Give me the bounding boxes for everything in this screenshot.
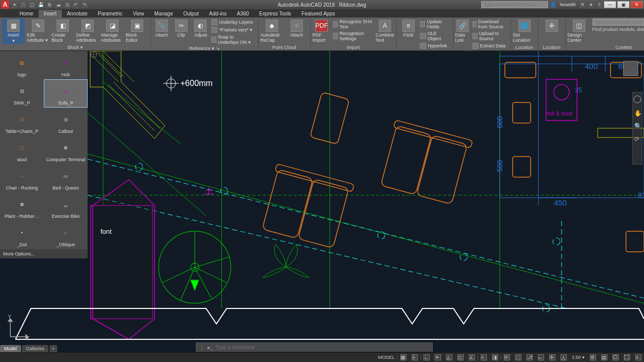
upload-source-button[interactable]: Upload to Source <box>472 30 509 42</box>
ole-object-button[interactable]: OLE Object <box>420 30 450 42</box>
frames-vary-button[interactable]: *Frames vary* ▾ <box>211 26 256 33</box>
gallery-item--oblique[interactable]: ⟋_Oblique <box>44 221 88 249</box>
gallery-item-plant-rubber-[interactable]: ✿Plant - Rubber… <box>0 193 44 221</box>
adjust-button[interactable]: ◐Adjust <box>192 19 209 38</box>
gallery-item-table-chairs-p[interactable]: ⌬Table+Chairs_P <box>0 108 44 136</box>
extract-data-button[interactable]: Extract Data <box>472 42 509 49</box>
status-gizmo-icon[interactable]: ✣ <box>547 354 558 360</box>
gallery-item-stool[interactable]: ▢stool <box>0 136 44 164</box>
qat-saveas-icon[interactable]: ⧉ <box>46 1 53 8</box>
app-logo-icon[interactable]: A <box>1 1 9 9</box>
tab-output[interactable]: Output <box>178 10 204 18</box>
layout-tab-model[interactable]: Model <box>0 345 21 352</box>
status-cycling-icon[interactable]: ⟳ <box>501 354 513 360</box>
help-icon[interactable]: ? <box>596 1 603 8</box>
more-options-button[interactable]: More Options... <box>0 249 88 258</box>
define-attributes-button[interactable]: ◩Define Attributes <box>76 19 99 43</box>
design-center-button[interactable]: ◫Design Center <box>568 19 590 43</box>
qat-redo-icon[interactable]: ↷ <box>81 1 88 8</box>
gallery-item-logo[interactable]: ▨logo <box>0 51 44 79</box>
qat-cloud-icon[interactable]: ☁ <box>55 1 62 8</box>
pc-attach-button[interactable]: ⁘Attach <box>285 19 308 38</box>
clip-button[interactable]: ✂Clip <box>173 19 190 38</box>
status-osnap-icon[interactable]: ◻ <box>455 354 466 360</box>
location-compass-button[interactable]: ✣ <box>540 19 563 32</box>
tab-featured[interactable]: Featured Apps <box>296 10 340 18</box>
gallery-item-hob[interactable]: ⊡Hob <box>44 51 88 79</box>
tab-addins[interactable]: Add-ins <box>204 10 232 18</box>
command-input[interactable] <box>215 344 432 350</box>
gallery-item-computer-terminal[interactable]: 🖥Computer Terminal <box>44 136 88 164</box>
recap-button[interactable]: ◆Autodesk ReCap <box>261 19 283 43</box>
status-workspace-icon[interactable]: ▤ <box>599 354 610 360</box>
status-ortho-icon[interactable]: ∟ <box>421 354 432 360</box>
help-dropdown-icon[interactable]: ▾ <box>587 1 595 8</box>
status-monitor-icon[interactable]: 🖵 <box>610 354 621 360</box>
attach-button[interactable]: 📎Attach <box>153 19 171 38</box>
qat-open-icon[interactable]: ▢ <box>28 1 36 8</box>
combine-text-button[interactable]: ACombine Text <box>376 19 394 43</box>
qat-undo-icon[interactable]: ↶ <box>72 1 79 8</box>
autodesk-seek-input[interactable] <box>592 19 644 26</box>
gallery-item-chair-rocking[interactable]: ⌓Chair - Rocking <box>0 164 44 193</box>
status-filter-icon[interactable]: ⏛ <box>535 354 547 360</box>
gallery-item-sink-p[interactable]: ⊟SINK_P <box>0 79 44 108</box>
status-cleanscreen-icon[interactable]: ⛶ <box>621 354 633 360</box>
pdf-import-button[interactable]: PDFPDF Import <box>313 19 331 43</box>
gallery-item-exercise-bike[interactable]: ⍽Exercise Bike <box>44 193 88 221</box>
exchange-icon[interactable]: ✕ <box>579 1 586 8</box>
update-fields-button[interactable]: Update Fields <box>420 19 450 30</box>
new-tab-button[interactable]: + <box>91 51 97 58</box>
layout-tab-add[interactable]: + <box>49 345 57 352</box>
status-cog-icon[interactable]: ⚙ <box>587 354 599 360</box>
user-name[interactable]: hewetth <box>557 2 578 7</box>
infocenter-search[interactable] <box>481 1 548 8</box>
maximize-button[interactable]: ▣ <box>617 1 630 8</box>
minimize-button[interactable]: — <box>604 1 616 8</box>
tab-manage[interactable]: Manage <box>149 10 178 18</box>
download-source-button[interactable]: Download from Source <box>472 19 509 30</box>
tab-annotate[interactable]: Annotate <box>62 10 93 18</box>
tab-parametric[interactable]: Parametric <box>93 10 128 18</box>
insert-button[interactable]: ▦Insert▾ <box>2 19 25 44</box>
snap-underlays-button[interactable]: Snap to Underlays ON ▾ <box>211 34 256 45</box>
layout-tab-galleries[interactable]: Galleries <box>22 345 49 352</box>
recognition-settings-button[interactable]: Recognition Settings <box>333 30 374 42</box>
block-editor-button[interactable]: ▣Block Editor <box>126 19 148 43</box>
gallery-item-sofa-p[interactable]: ▭Sofa_P <box>44 79 88 108</box>
gallery-item-bed-queen[interactable]: ▭Bed - Queen <box>44 164 88 193</box>
gallery-item--dot[interactable]: •_Dot <box>0 221 44 249</box>
status-customize-icon[interactable]: ≡ <box>633 354 644 360</box>
underlay-layers-button[interactable]: Underlay Layers <box>211 19 256 26</box>
tab-a360[interactable]: A360 <box>232 10 254 18</box>
cmd-handle-icon[interactable]: ⋮ <box>196 344 208 350</box>
status-track-icon[interactable]: ∠ <box>466 354 478 360</box>
close-button[interactable]: ✕ <box>631 1 643 8</box>
status-grid-icon[interactable]: ▦ <box>398 354 409 360</box>
qat-dropdown[interactable]: ▾ <box>11 1 18 8</box>
edit-attribute-button[interactable]: ✎Edit Attribute ▾ <box>27 19 49 43</box>
create-block-button[interactable]: ◧Create Block <box>52 19 74 43</box>
status-transparency-icon[interactable]: ◨ <box>489 354 501 360</box>
status-snap-icon[interactable]: ┼ <box>409 354 420 360</box>
command-line[interactable]: ⋮ ▸_ <box>196 342 433 352</box>
manage-attributes-button[interactable]: ◪Manage Attributes <box>101 19 124 43</box>
tab-home[interactable]: Home <box>14 10 39 18</box>
status-model[interactable]: MODEL <box>376 355 397 360</box>
tab-insert[interactable]: Insert <box>39 10 62 18</box>
qat-print-icon[interactable]: ⎙ <box>63 1 71 8</box>
status-iso-icon[interactable]: ◬ <box>444 354 455 360</box>
gallery-item-callout[interactable]: ◎Callout <box>44 108 88 136</box>
qat-save-icon[interactable]: 💾 <box>37 1 44 8</box>
signin-icon[interactable]: 👤 <box>549 1 556 8</box>
field-button[interactable]: ≡Field <box>399 19 418 38</box>
status-3dosnap-icon[interactable]: ⬚ <box>513 354 524 360</box>
tab-view[interactable]: View <box>128 10 149 18</box>
recognize-shx-button[interactable]: Recognize SHX Text <box>333 19 374 30</box>
status-scale[interactable]: 1:50 ▾ <box>569 355 587 360</box>
tab-express[interactable]: Express Tools <box>254 10 296 18</box>
qat-new-icon[interactable]: □ <box>20 1 27 8</box>
panel-block-title[interactable]: Block ▾ <box>2 44 148 50</box>
status-annoscale-icon[interactable]: 人 <box>558 354 569 360</box>
set-location-button[interactable]: 🌐Set Location <box>513 19 536 43</box>
